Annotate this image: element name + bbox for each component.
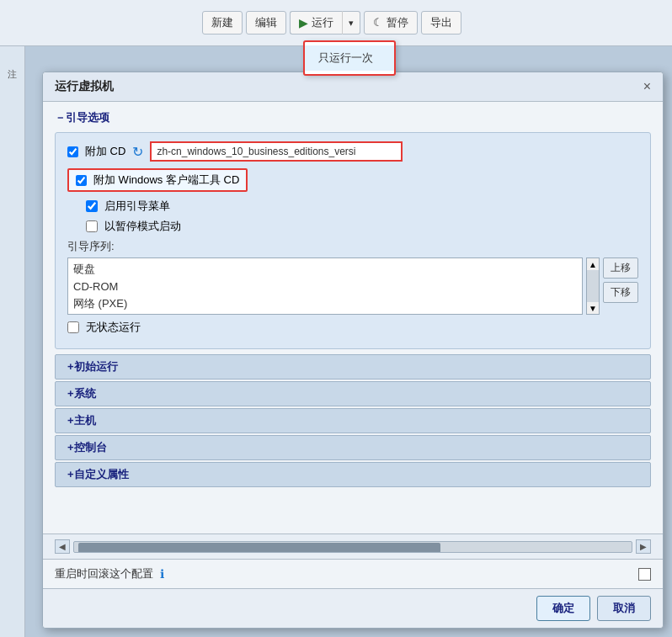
refresh-icon[interactable]: ↻ <box>132 144 143 160</box>
boot-section-header: －引导选项 <box>55 110 651 125</box>
stateless-label: 无状态运行 <box>86 320 141 335</box>
close-button[interactable]: × <box>643 80 651 93</box>
new-button[interactable]: 新建 <box>202 11 243 35</box>
dialog-header: 运行虚拟机 × <box>43 72 663 102</box>
move-buttons: 上移 下移 <box>603 257 638 303</box>
side-tab-1[interactable]: 注 <box>3 55 21 68</box>
reset-label: 重启时回滚这个配置 <box>55 566 153 581</box>
reset-checkbox[interactable] <box>638 568 651 581</box>
enable-boot-menu-row: 启用引导菜单 <box>86 199 638 214</box>
move-down-button[interactable]: 下移 <box>603 282 638 303</box>
moon-icon: ☾ <box>373 16 383 29</box>
custom-props-section: +自定义属性 <box>55 462 651 487</box>
pause-button[interactable]: ☾ 暂停 <box>364 11 418 35</box>
edit-button[interactable]: 编辑 <box>246 11 286 35</box>
pause-boot-label: 以暂停模式启动 <box>104 219 181 234</box>
scroll-down-arrow[interactable]: ▼ <box>587 302 599 314</box>
dialog-actions: 确定 取消 <box>43 588 663 628</box>
horizontal-scrollbar: ◀ ▶ <box>43 533 663 559</box>
scroll-track <box>587 270 599 302</box>
run-dropdown-button[interactable]: ▾ <box>342 11 360 35</box>
run-once-item[interactable]: 只运行一次 <box>305 45 394 71</box>
stateless-checkbox[interactable] <box>67 321 79 333</box>
initial-run-section: +初始运行 <box>55 354 651 380</box>
console-header[interactable]: +控制台 <box>55 435 651 460</box>
boot-item-harddisk[interactable]: 硬盘 <box>72 260 579 279</box>
boot-order-list[interactable]: 硬盘 CD-ROM 网络 (PXE) <box>67 257 583 315</box>
system-section: +系统 <box>55 381 651 406</box>
h-scroll-thumb <box>78 543 440 553</box>
cancel-button[interactable]: 取消 <box>597 596 651 621</box>
attach-windows-tools-row: 附加 Windows 客户端工具 CD <box>67 168 248 192</box>
pause-boot-row: 以暂停模式启动 <box>86 219 638 234</box>
attach-windows-tools-label: 附加 Windows 客户端工具 CD <box>93 173 239 188</box>
boot-order-container: 硬盘 CD-ROM 网络 (PXE) ▲ ▼ 上移 下移 <box>67 257 638 315</box>
play-icon: ▶ <box>299 16 308 29</box>
run-main-button[interactable]: ▶ 运行 <box>290 11 342 35</box>
boot-order-label: 引导序列: <box>67 239 638 254</box>
dialog-title: 运行虚拟机 <box>55 79 114 94</box>
pause-boot-checkbox[interactable] <box>86 220 98 232</box>
host-header[interactable]: +主机 <box>55 408 651 433</box>
attach-windows-tools-checkbox[interactable] <box>76 175 87 186</box>
boot-item-cdrom[interactable]: CD-ROM <box>72 279 579 295</box>
attach-cd-row: 附加 CD ↻ <box>67 141 638 162</box>
boot-options-panel: 附加 CD ↻ 附加 Windows 客户端工具 CD 启用引导菜单 <box>55 132 651 349</box>
boot-list-scrollbar[interactable]: ▲ ▼ <box>586 257 600 315</box>
initial-run-header[interactable]: +初始运行 <box>55 354 651 380</box>
run-label: 运行 <box>312 15 333 30</box>
info-icon[interactable]: ℹ <box>160 567 164 581</box>
run-button-group: ▶ 运行 ▾ <box>290 11 360 35</box>
toolbar: 新建 编辑 ▶ 运行 ▾ ☾ 暂停 导出 <box>0 0 672 46</box>
reset-row: 重启时回滚这个配置 ℹ <box>43 559 663 588</box>
dialog-overlay: 运行虚拟机 × －引导选项 附加 CD ↻ 附加 Windo <box>25 46 672 637</box>
side-panel: 注 <box>0 46 25 637</box>
boot-item-network[interactable]: 网络 (PXE) <box>72 295 579 313</box>
system-header[interactable]: +系统 <box>55 381 651 406</box>
enable-boot-menu-checkbox[interactable] <box>86 200 98 212</box>
scroll-up-arrow[interactable]: ▲ <box>587 258 599 270</box>
enable-boot-menu-label: 启用引导菜单 <box>104 199 170 214</box>
h-scroll-track[interactable] <box>73 541 632 553</box>
host-section: +主机 <box>55 408 651 433</box>
attach-cd-label: 附加 CD <box>85 144 125 159</box>
stateless-row: 无状态运行 <box>67 320 638 335</box>
run-vm-dialog: 运行虚拟机 × －引导选项 附加 CD ↻ 附加 Windo <box>42 72 664 629</box>
ok-button[interactable]: 确定 <box>536 596 590 621</box>
attach-cd-checkbox[interactable] <box>67 146 78 157</box>
cd-path-input[interactable] <box>150 141 403 162</box>
scroll-right-arrow[interactable]: ▶ <box>636 539 651 554</box>
console-section: +控制台 <box>55 435 651 460</box>
custom-props-header[interactable]: +自定义属性 <box>55 462 651 487</box>
scroll-left-arrow[interactable]: ◀ <box>55 539 70 554</box>
boot-order-list-inner: 硬盘 CD-ROM 网络 (PXE) <box>68 258 582 315</box>
move-up-button[interactable]: 上移 <box>603 257 638 279</box>
export-button[interactable]: 导出 <box>421 11 461 35</box>
run-dropdown-menu: 只运行一次 <box>303 40 396 76</box>
dialog-body: －引导选项 附加 CD ↻ 附加 Windows 客户端工具 CD <box>43 102 663 533</box>
